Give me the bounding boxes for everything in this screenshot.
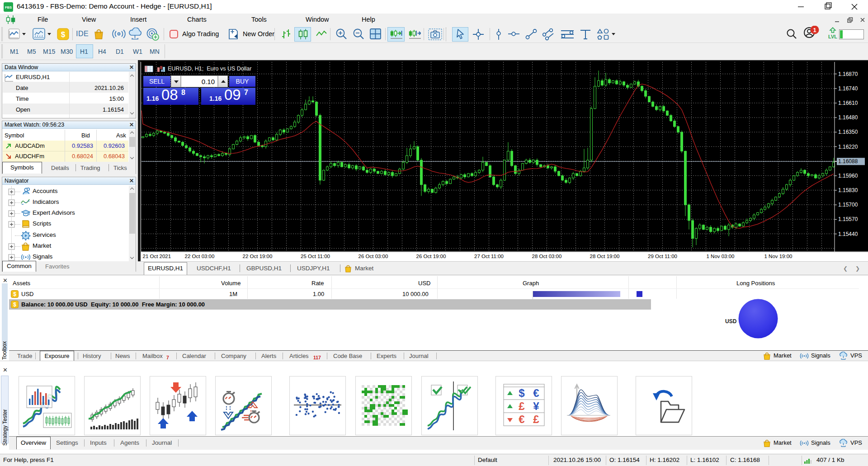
svg-text:£: £ [533, 413, 539, 425]
svg-text:FBS: FBS [5, 5, 12, 9]
svg-text:$: $ [13, 291, 16, 297]
svg-text:$: $ [519, 387, 525, 399]
svg-text:€: € [533, 387, 539, 399]
svg-text:$: $ [13, 301, 16, 308]
svg-text:€: € [519, 413, 524, 425]
svg-text:1: 1 [813, 27, 816, 33]
svg-text:LVL: LVL [828, 34, 837, 39]
svg-text:$: $ [61, 30, 66, 39]
svg-text:£: £ [519, 400, 525, 412]
svg-text:¥: ¥ [533, 400, 539, 412]
